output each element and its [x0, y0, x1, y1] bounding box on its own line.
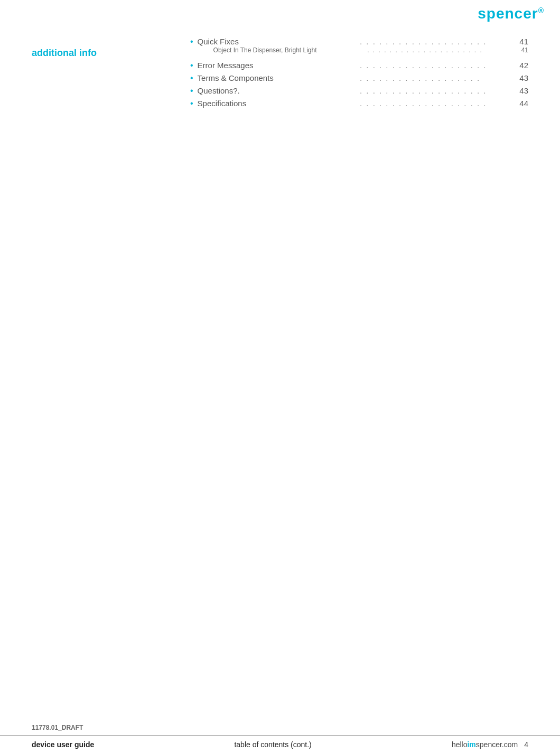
- footer-spencer: spencer: [476, 740, 502, 749]
- toc-item-label: Error Messages: [198, 61, 354, 70]
- list-item: • Specifications . . . . . . . . . . . .…: [190, 99, 528, 108]
- bullet-icon: •: [190, 37, 193, 47]
- page-number: 44: [516, 99, 528, 108]
- toc-item-label: Questions?.: [198, 86, 354, 95]
- sub-item-label: Object In The Dispenser, Bright Light: [213, 47, 362, 54]
- footer-hello: hello: [452, 740, 468, 749]
- list-item: Object In The Dispenser, Bright Light . …: [213, 47, 528, 54]
- toc-item-label: Specifications: [198, 99, 354, 108]
- bullet-icon: •: [190, 86, 193, 96]
- dot-leader: . . . . . . . . . . . . . . . . . . . .: [357, 61, 514, 70]
- section-title: additional info: [32, 48, 97, 58]
- footer-left-label: device user guide: [32, 740, 94, 749]
- bullet-icon: •: [190, 99, 193, 108]
- dot-leader: . . . . . . . . . . . . . . . . . . . .: [357, 37, 514, 47]
- toc-row: Quick Fixes . . . . . . . . . . . . . . …: [198, 37, 528, 47]
- toc-row: Error Messages . . . . . . . . . . . . .…: [198, 61, 528, 70]
- footer: 11778.01_DRAFT device user guide table o…: [0, 720, 560, 753]
- dot-leader: . . . . . . . . . . . . . . . . . . . .: [357, 99, 514, 108]
- toc-item-label: Quick Fixes: [198, 37, 354, 46]
- logo-reg: ®: [538, 6, 544, 15]
- header: spencer®: [478, 0, 560, 22]
- bullet-icon: •: [190, 61, 193, 70]
- toc-item-label: Terms & Components: [198, 73, 354, 82]
- list-item: • Questions?. . . . . . . . . . . . . . …: [190, 86, 528, 96]
- logo: spencer®: [478, 5, 544, 22]
- list-item: • Error Messages . . . . . . . . . . . .…: [190, 61, 528, 70]
- list-item: • Quick Fixes . . . . . . . . . . . . . …: [190, 37, 528, 58]
- page-number: 43: [516, 73, 528, 82]
- dot-leader: . . . . . . . . . . . . . . . . . . . .: [357, 86, 514, 96]
- footer-bar: device user guide table of contents (con…: [0, 736, 560, 753]
- toc-row: Questions?. . . . . . . . . . . . . . . …: [198, 86, 528, 96]
- dot-leader: . . . . . . . . . . . . . . . . . . . . …: [365, 47, 514, 54]
- left-section: additional info: [32, 37, 180, 111]
- toc-section: • Quick Fixes . . . . . . . . . . . . . …: [180, 37, 528, 111]
- bullet-icon: •: [190, 73, 193, 83]
- logo-word: spencer: [478, 5, 538, 22]
- page-number: 41: [516, 37, 528, 46]
- footer-center-label: table of contents (cont.): [234, 740, 311, 749]
- toc-row: Terms & Components . . . . . . . . . . .…: [198, 73, 528, 83]
- list-item: • Terms & Components . . . . . . . . . .…: [190, 73, 528, 83]
- footer-im: im: [467, 740, 475, 749]
- footer-com: .com: [502, 740, 518, 749]
- footer-right-label: helloimspencer.com4: [452, 740, 528, 749]
- main-content: additional info • Quick Fixes . . . . . …: [0, 26, 560, 122]
- page-number: 41: [516, 47, 528, 54]
- toc-row: Specifications . . . . . . . . . . . . .…: [198, 99, 528, 108]
- dot-leader: . . . . . . . . . . . . . . . . . . .: [357, 73, 514, 83]
- footer-page-num: 4: [524, 740, 528, 749]
- toc-list: • Quick Fixes . . . . . . . . . . . . . …: [190, 37, 528, 108]
- page-number: 43: [516, 86, 528, 95]
- draft-label: 11778.01_DRAFT: [0, 720, 560, 736]
- page-number: 42: [516, 61, 528, 70]
